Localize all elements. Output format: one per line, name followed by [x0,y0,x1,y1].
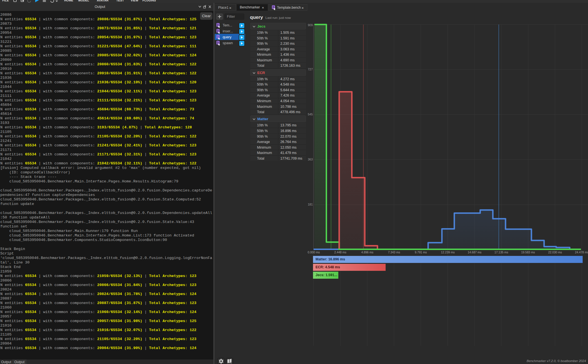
svg-text:7.343 ms: 7.343 ms [388,251,400,254]
svg-text:12.239 ms: 12.239 ms [441,251,455,254]
svg-text:17.135 ms: 17.135 ms [494,251,508,254]
svg-text:4.896 ms: 4.896 ms [361,251,373,254]
svg-text:363: 363 [308,158,313,161]
svg-text:22.030 ms: 22.030 ms [548,251,562,254]
svg-text:ECR: 4.548 ms: ECR: 4.548 ms [316,265,340,269]
svg-text:19.583 ms: 19.583 ms [521,251,535,254]
svg-text:24.478 ms: 24.478 ms [575,251,588,254]
svg-text:545: 545 [308,113,313,116]
svg-text:909: 909 [308,23,313,27]
svg-text:Jecs: 1.591...: Jecs: 1.591... [316,273,337,277]
svg-text:14.687 ms: 14.687 ms [468,251,481,254]
svg-text:727: 727 [308,68,313,71]
svg-text:Matter: 16.896 ms: Matter: 16.896 ms [316,257,345,261]
svg-text:2.448 ms: 2.448 ms [334,251,346,254]
svg-text:0.000 ms: 0.000 ms [308,251,320,254]
svg-text:9.791 ms: 9.791 ms [415,251,427,254]
svg-text:181: 181 [308,203,313,206]
